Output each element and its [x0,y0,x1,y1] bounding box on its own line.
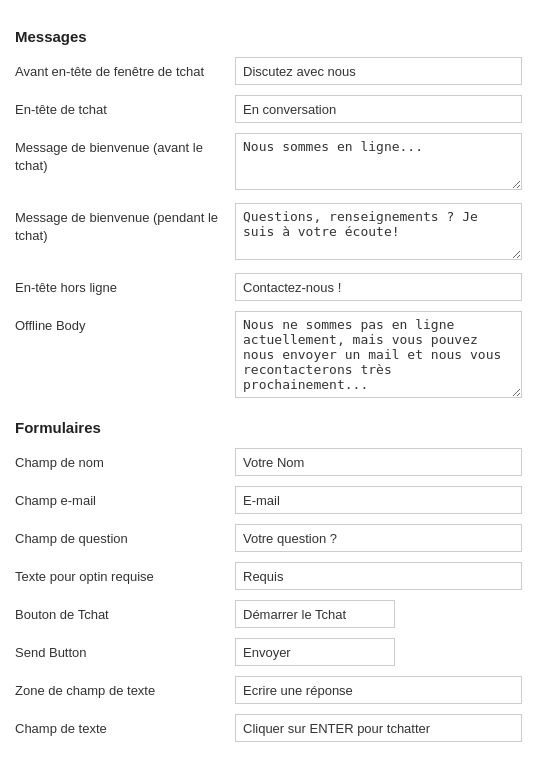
label-champ-question: Champ de question [15,524,235,548]
control-send-button [235,638,522,666]
form-row-optin: Texte pour optin requise [15,562,522,590]
label-avant-entete: Avant en-tête de fenêtre de tchat [15,57,235,81]
formulaires-title: Formulaires [15,419,522,436]
label-champ-email: Champ e-mail [15,486,235,510]
form-row-offline-body: Offline Body Nous ne sommes pas en ligne… [15,311,522,401]
control-message-avant: Nous sommes en ligne... [235,133,522,193]
form-row-message-avant: Message de bienvenue (avant le tchat) No… [15,133,522,193]
label-hors-ligne: En-tête hors ligne [15,273,235,297]
label-optin: Texte pour optin requise [15,562,235,586]
label-send-button: Send Button [15,638,235,662]
input-bouton-tchat[interactable] [235,600,395,628]
input-zone-texte[interactable] [235,676,522,704]
form-row-hors-ligne: En-tête hors ligne [15,273,522,301]
form-row-champ-email: Champ e-mail [15,486,522,514]
input-champ-email[interactable] [235,486,522,514]
form-row-champ-question: Champ de question [15,524,522,552]
form-row-message-pendant: Message de bienvenue (pendant le tchat) … [15,203,522,263]
label-bouton-tchat: Bouton de Tchat [15,600,235,624]
label-entete-tchat: En-tête de tchat [15,95,235,119]
textarea-message-pendant[interactable]: Questions, renseignements ? Je suis à vo… [235,203,522,260]
control-champ-email [235,486,522,514]
control-entete-tchat [235,95,522,123]
input-hors-ligne[interactable] [235,273,522,301]
control-optin [235,562,522,590]
label-offline-body: Offline Body [15,311,235,335]
input-champ-question[interactable] [235,524,522,552]
label-message-avant: Message de bienvenue (avant le tchat) [15,133,235,175]
control-avant-entete [235,57,522,85]
form-row-avant-entete: Avant en-tête de fenêtre de tchat [15,57,522,85]
control-message-pendant: Questions, renseignements ? Je suis à vo… [235,203,522,263]
form-row-entete-tchat: En-tête de tchat [15,95,522,123]
form-row-send-button: Send Button [15,638,522,666]
control-zone-texte [235,676,522,704]
input-send-button[interactable] [235,638,395,666]
label-champ-texte: Champ de texte [15,714,235,738]
formulaires-section: Formulaires Champ de nom Champ e-mail Ch… [15,419,522,742]
control-hors-ligne [235,273,522,301]
input-entete-tchat[interactable] [235,95,522,123]
control-champ-question [235,524,522,552]
textarea-message-avant[interactable]: Nous sommes en ligne... [235,133,522,190]
label-champ-nom: Champ de nom [15,448,235,472]
control-offline-body: Nous ne sommes pas en ligne actuellement… [235,311,522,401]
form-row-champ-texte: Champ de texte [15,714,522,742]
input-optin[interactable] [235,562,522,590]
messages-title: Messages [15,28,522,45]
input-champ-nom[interactable] [235,448,522,476]
form-row-bouton-tchat: Bouton de Tchat [15,600,522,628]
form-row-zone-texte: Zone de champ de texte [15,676,522,704]
label-message-pendant: Message de bienvenue (pendant le tchat) [15,203,235,245]
control-champ-texte [235,714,522,742]
input-avant-entete[interactable] [235,57,522,85]
messages-section: Messages Avant en-tête de fenêtre de tch… [15,28,522,401]
input-champ-texte[interactable] [235,714,522,742]
label-zone-texte: Zone de champ de texte [15,676,235,700]
textarea-offline-body[interactable]: Nous ne sommes pas en ligne actuellement… [235,311,522,398]
form-row-champ-nom: Champ de nom [15,448,522,476]
control-champ-nom [235,448,522,476]
control-bouton-tchat [235,600,522,628]
